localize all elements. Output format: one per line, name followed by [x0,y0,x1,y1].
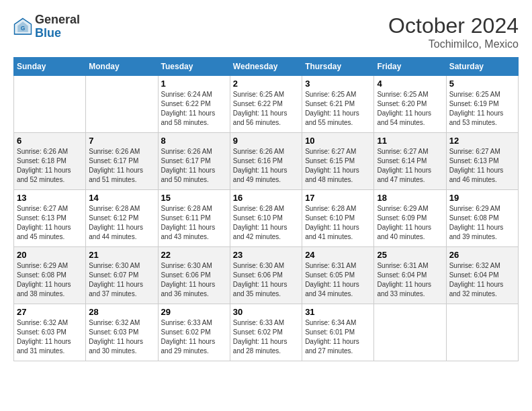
table-cell: 11Sunrise: 6:27 AMSunset: 6:14 PMDayligh… [374,133,446,190]
day-number: 29 [161,307,227,317]
day-number: 3 [305,79,371,89]
day-number: 15 [161,193,227,203]
day-number: 13 [17,193,83,203]
table-cell: 7Sunrise: 6:26 AMSunset: 6:17 PMDaylight… [86,133,158,190]
cell-content: Sunrise: 6:26 AMSunset: 6:17 PMDaylight:… [89,147,154,185]
day-number: 27 [17,307,83,317]
calendar-week-row-4: 27Sunrise: 6:32 AMSunset: 6:03 PMDayligh… [14,304,519,361]
table-cell [374,304,446,361]
table-cell: 9Sunrise: 6:26 AMSunset: 6:16 PMDaylight… [230,133,302,190]
svg-text:G: G [21,24,26,31]
calendar-week-row-1: 6Sunrise: 6:26 AMSunset: 6:18 PMDaylight… [14,133,519,190]
table-cell: 30Sunrise: 6:33 AMSunset: 6:02 PMDayligh… [230,304,302,361]
day-number: 24 [305,250,371,260]
day-number: 12 [449,136,515,146]
day-number: 8 [161,136,227,146]
logo-icon: G [13,17,32,36]
table-cell: 18Sunrise: 6:29 AMSunset: 6:09 PMDayligh… [374,190,446,247]
day-number: 7 [89,136,154,146]
day-number: 23 [233,250,299,260]
table-cell: 24Sunrise: 6:31 AMSunset: 6:05 PMDayligh… [302,247,374,304]
col-tuesday: Tuesday [158,58,230,76]
table-cell: 12Sunrise: 6:27 AMSunset: 6:13 PMDayligh… [446,133,518,190]
day-number: 6 [17,136,83,146]
table-cell: 25Sunrise: 6:31 AMSunset: 6:04 PMDayligh… [374,247,446,304]
table-cell: 16Sunrise: 6:28 AMSunset: 6:10 PMDayligh… [230,190,302,247]
cell-content: Sunrise: 6:32 AMSunset: 6:04 PMDaylight:… [449,261,515,299]
table-cell: 26Sunrise: 6:32 AMSunset: 6:04 PMDayligh… [446,247,518,304]
cell-content: Sunrise: 6:27 AMSunset: 6:13 PMDaylight:… [17,204,83,242]
table-cell: 14Sunrise: 6:28 AMSunset: 6:12 PMDayligh… [86,190,158,247]
page-header: G General Blue October 2024 Tochimilco, … [13,13,519,50]
table-cell: 1Sunrise: 6:24 AMSunset: 6:22 PMDaylight… [158,76,230,133]
table-cell: 17Sunrise: 6:28 AMSunset: 6:10 PMDayligh… [302,190,374,247]
cell-content: Sunrise: 6:28 AMSunset: 6:10 PMDaylight:… [305,204,371,242]
cell-content: Sunrise: 6:34 AMSunset: 6:01 PMDaylight:… [305,318,371,356]
logo-blue-text: Blue [35,26,61,40]
title-section: October 2024 Tochimilco, Mexico [388,13,519,50]
cell-content: Sunrise: 6:26 AMSunset: 6:16 PMDaylight:… [233,147,299,185]
col-wednesday: Wednesday [230,58,302,76]
table-cell: 22Sunrise: 6:30 AMSunset: 6:06 PMDayligh… [158,247,230,304]
table-cell: 31Sunrise: 6:34 AMSunset: 6:01 PMDayligh… [302,304,374,361]
logo: G General Blue [13,13,80,40]
table-cell: 28Sunrise: 6:32 AMSunset: 6:03 PMDayligh… [86,304,158,361]
cell-content: Sunrise: 6:27 AMSunset: 6:15 PMDaylight:… [305,147,371,185]
cell-content: Sunrise: 6:30 AMSunset: 6:07 PMDaylight:… [89,261,154,299]
day-number: 28 [89,307,154,317]
table-cell [446,304,518,361]
cell-content: Sunrise: 6:25 AMSunset: 6:22 PMDaylight:… [233,90,299,128]
day-number: 16 [233,193,299,203]
cell-content: Sunrise: 6:25 AMSunset: 6:19 PMDaylight:… [449,90,515,128]
day-number: 9 [233,136,299,146]
month-year-title: October 2024 [388,13,519,38]
cell-content: Sunrise: 6:29 AMSunset: 6:08 PMDaylight:… [17,261,83,299]
day-number: 31 [305,307,371,317]
table-cell: 3Sunrise: 6:25 AMSunset: 6:21 PMDaylight… [302,76,374,133]
cell-content: Sunrise: 6:33 AMSunset: 6:02 PMDaylight:… [161,318,227,356]
table-cell: 21Sunrise: 6:30 AMSunset: 6:07 PMDayligh… [86,247,158,304]
day-number: 5 [449,79,515,89]
calendar-week-row-3: 20Sunrise: 6:29 AMSunset: 6:08 PMDayligh… [14,247,519,304]
cell-content: Sunrise: 6:30 AMSunset: 6:06 PMDaylight:… [161,261,227,299]
table-cell: 15Sunrise: 6:28 AMSunset: 6:11 PMDayligh… [158,190,230,247]
cell-content: Sunrise: 6:27 AMSunset: 6:13 PMDaylight:… [449,147,515,185]
cell-content: Sunrise: 6:32 AMSunset: 6:03 PMDaylight:… [89,318,154,356]
table-cell: 10Sunrise: 6:27 AMSunset: 6:15 PMDayligh… [302,133,374,190]
cell-content: Sunrise: 6:24 AMSunset: 6:22 PMDaylight:… [161,90,227,128]
col-friday: Friday [374,58,446,76]
day-number: 1 [161,79,227,89]
day-number: 14 [89,193,154,203]
cell-content: Sunrise: 6:27 AMSunset: 6:14 PMDaylight:… [377,147,443,185]
day-number: 2 [233,79,299,89]
table-cell: 27Sunrise: 6:32 AMSunset: 6:03 PMDayligh… [14,304,86,361]
day-number: 4 [377,79,443,89]
cell-content: Sunrise: 6:26 AMSunset: 6:17 PMDaylight:… [161,147,227,185]
col-thursday: Thursday [302,58,374,76]
location-subtitle: Tochimilco, Mexico [388,38,519,50]
table-cell: 4Sunrise: 6:25 AMSunset: 6:20 PMDaylight… [374,76,446,133]
cell-content: Sunrise: 6:31 AMSunset: 6:04 PMDaylight:… [377,261,443,299]
day-number: 17 [305,193,371,203]
cell-content: Sunrise: 6:30 AMSunset: 6:06 PMDaylight:… [233,261,299,299]
table-cell: 29Sunrise: 6:33 AMSunset: 6:02 PMDayligh… [158,304,230,361]
day-number: 20 [17,250,83,260]
day-number: 26 [449,250,515,260]
cell-content: Sunrise: 6:32 AMSunset: 6:03 PMDaylight:… [17,318,83,356]
cell-content: Sunrise: 6:29 AMSunset: 6:09 PMDaylight:… [377,204,443,242]
cell-content: Sunrise: 6:33 AMSunset: 6:02 PMDaylight:… [233,318,299,356]
table-cell: 6Sunrise: 6:26 AMSunset: 6:18 PMDaylight… [14,133,86,190]
day-number: 22 [161,250,227,260]
col-saturday: Saturday [446,58,518,76]
col-sunday: Sunday [14,58,86,76]
cell-content: Sunrise: 6:28 AMSunset: 6:10 PMDaylight:… [233,204,299,242]
cell-content: Sunrise: 6:25 AMSunset: 6:21 PMDaylight:… [305,90,371,128]
col-monday: Monday [86,58,158,76]
cell-content: Sunrise: 6:29 AMSunset: 6:08 PMDaylight:… [449,204,515,242]
calendar-week-row-2: 13Sunrise: 6:27 AMSunset: 6:13 PMDayligh… [14,190,519,247]
day-number: 25 [377,250,443,260]
cell-content: Sunrise: 6:26 AMSunset: 6:18 PMDaylight:… [17,147,83,185]
cell-content: Sunrise: 6:25 AMSunset: 6:20 PMDaylight:… [377,90,443,128]
day-number: 11 [377,136,443,146]
table-cell: 2Sunrise: 6:25 AMSunset: 6:22 PMDaylight… [230,76,302,133]
